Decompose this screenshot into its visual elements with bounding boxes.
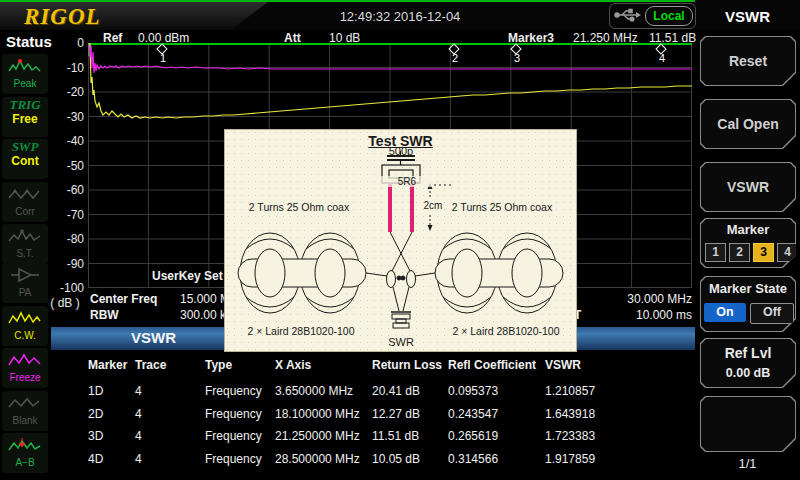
rigol-logo: RIGOL	[24, 4, 101, 30]
table-row4-col6: 0.314566	[448, 452, 498, 466]
y-tick--10: -10	[42, 61, 84, 75]
ref-level-title: Ref Lvl	[700, 345, 796, 361]
cal-open-button[interactable]: Cal Open	[700, 99, 796, 149]
table-header-refl-coefficient: Refl Coefficient	[448, 358, 536, 372]
menu-title: VSWR	[695, 8, 800, 25]
y-axis-unit: ( dB )	[44, 296, 86, 310]
y-tick--20: -20	[42, 85, 84, 99]
status-item-cw: C.W.	[2, 306, 48, 346]
usb-icon	[614, 8, 642, 22]
schematic-overlay: Test SWR 500p 5R6 2cm 2 Turns 25 Ohm coa…	[224, 129, 577, 352]
marker-state-title: Marker State	[700, 281, 796, 296]
marker-1-number: 1	[156, 52, 170, 64]
pink-feedline-wires	[390, 183, 412, 232]
y-tick--100: -100	[42, 281, 84, 295]
table-header-marker: Marker	[88, 358, 127, 372]
status-item-blank: Blank	[2, 391, 48, 431]
rbw-label: RBW	[90, 308, 119, 322]
status-freeze-label: Freeze	[2, 372, 48, 383]
status-item-freeze: Freeze	[2, 348, 48, 388]
st-waveform-icon	[7, 228, 43, 244]
marker-group-title: Marker	[700, 222, 796, 237]
ref-level-value: 0.00 dB	[700, 366, 796, 380]
y-tick--80: -80	[42, 232, 84, 246]
table-row1-col3: Frequency	[205, 384, 262, 398]
freeze-waveform-icon	[7, 352, 43, 368]
datetime-display: 12:49:32 2016-12-04	[300, 9, 500, 24]
pa-waveform-icon	[7, 267, 43, 283]
table-row3-col1: 3D	[88, 429, 103, 443]
schematic-drawing	[224, 129, 577, 352]
ref-level-button[interactable]: Ref Lvl 0.00 dB	[700, 338, 796, 388]
table-row2-col6: 0.243547	[448, 407, 498, 421]
table-row2-col2: 4	[135, 407, 142, 421]
marker-3-softkey[interactable]: 3	[753, 243, 774, 262]
corr-waveform-icon	[7, 186, 43, 202]
resistor-label: 5R6	[381, 176, 433, 187]
instrument-screen: RIGOL 12:49:32 2016-12-04 Local Status P…	[0, 0, 800, 480]
table-row3-col3: Frequency	[205, 429, 262, 443]
vswr-button[interactable]: VSWR	[700, 162, 796, 212]
marker-4-number: 4	[655, 52, 669, 64]
y-tick-0: 0	[42, 36, 84, 50]
coax-label-right: 2 Turns 25 Ohm coax	[431, 201, 573, 213]
table-header-type: Type	[205, 358, 232, 372]
marker-state-off-button[interactable]: Off	[750, 303, 794, 324]
core-label-right: 2 × Laird 28B1020-100	[435, 325, 577, 337]
table-row3-col6: 0.265619	[448, 429, 498, 443]
table-row3-col5: 11.51 dB	[372, 429, 419, 443]
blank-waveform-icon	[7, 395, 43, 411]
peak-waveform-icon	[7, 58, 43, 74]
table-row1-col2: 4	[135, 384, 142, 398]
capacitor-label: 500p	[361, 145, 441, 157]
table-row3-col4: 21.250000 MHz	[275, 429, 360, 443]
table-row2-col5: 12.27 dB	[372, 407, 420, 421]
y-tick--60: -60	[42, 183, 84, 197]
marker-3-number: 3	[510, 52, 524, 64]
marker-2-softkey[interactable]: 2	[729, 243, 750, 262]
table-row2-col4: 18.100000 MHz	[275, 407, 360, 421]
status-blank-label: Blank	[2, 415, 48, 426]
status-item-ab: A−B	[2, 433, 48, 473]
marker-state-group: Marker State On Off	[700, 276, 796, 332]
local-mode-badge: Local	[645, 6, 693, 26]
top-bar: RIGOL 12:49:32 2016-12-04 Local	[0, 0, 800, 30]
span-value: 30.000 MHz	[627, 292, 692, 306]
left-toroid-pair	[238, 233, 366, 313]
top-green-line	[0, 0, 695, 2]
function-title: VSWR	[131, 329, 176, 346]
marker-select-group: Marker 1234	[700, 218, 796, 268]
table-row4-col4: 28.500000 MHz	[275, 452, 360, 466]
table-row3-col7: 1.723383	[545, 429, 595, 443]
table-header-vswr: VSWR	[545, 358, 581, 372]
table-header-x-axis: X Axis	[275, 358, 311, 372]
table-row1-col1: 1D	[88, 384, 103, 398]
cw-waveform-icon	[7, 310, 43, 326]
swr-port-label: SWR	[371, 336, 431, 348]
core-label-left: 2 × Laird 28B1020-100	[230, 325, 372, 337]
y-tick--50: -50	[42, 159, 84, 173]
y-tick--30: -30	[42, 110, 84, 124]
blank-softkey[interactable]	[700, 396, 796, 452]
menu-page-indicator: 1/1	[695, 456, 800, 471]
status-ab-label: A−B	[2, 457, 48, 468]
marker-state-on-button[interactable]: On	[704, 303, 746, 322]
table-row2-col7: 1.643918	[545, 407, 595, 421]
center-wiring	[366, 232, 435, 328]
table-row4-col1: 4D	[88, 452, 103, 466]
table-row2-col1: 2D	[88, 407, 103, 421]
table-row4-col5: 10.05 dB	[372, 452, 420, 466]
table-row1-col6: 0.095373	[448, 384, 498, 398]
ab-waveform-icon	[7, 437, 43, 453]
table-row4-col3: Frequency	[205, 452, 262, 466]
marker-1-softkey[interactable]: 1	[705, 243, 726, 262]
table-row1-col4: 3.650000 MHz	[275, 384, 353, 398]
coax-label-left: 2 Turns 25 Ohm coax	[228, 201, 370, 213]
table-header-trace: Trace	[135, 358, 166, 372]
marker-4-softkey[interactable]: 4	[777, 243, 798, 262]
table-row4-col7: 1.917859	[545, 452, 595, 466]
y-tick--90: -90	[42, 257, 84, 271]
reset-button[interactable]: Reset	[700, 36, 796, 86]
table-header-return-loss: Return Loss	[372, 358, 442, 372]
status-cw-label: C.W.	[2, 330, 48, 341]
